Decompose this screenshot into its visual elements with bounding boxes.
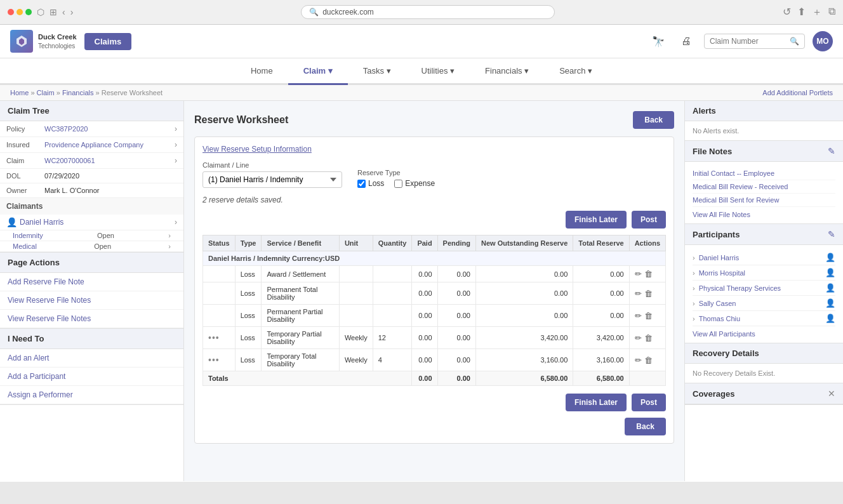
table-row: Loss Award / Settlement 0.00 0.00 0.00 0… [203, 266, 666, 282]
insured-expand-arrow[interactable]: › [175, 140, 177, 149]
table-row: ••• Loss Temporary Total Disability Week… [203, 349, 666, 371]
participant-expand-2[interactable]: › [693, 284, 695, 292]
delete-icon-0[interactable]: 🗑 [644, 269, 653, 279]
ellipsis-3[interactable]: ••• [208, 333, 220, 343]
participant-name-0[interactable]: Daniel Harris [699, 254, 825, 262]
post-button-top[interactable]: Post [632, 211, 666, 229]
claimant-name[interactable]: Daniel Harris [20, 218, 175, 227]
participant-expand-1[interactable]: › [693, 269, 695, 277]
claim-search-box[interactable]: 🔍 [704, 34, 805, 49]
sidebar-toggle-icon[interactable]: ⊞ [50, 7, 57, 17]
file-note-1[interactable]: Medical Bill Review - Received [693, 180, 835, 194]
user-avatar[interactable]: MO [813, 31, 833, 51]
participant-2: › Physical Therapy Services 👤 [693, 281, 835, 296]
file-note-0[interactable]: Initial Contact -- Employee [693, 167, 835, 180]
claimant-expand-arrow[interactable]: › [175, 218, 177, 227]
view-reserve-file-notes-action-2[interactable]: View Reserve File Notes [0, 310, 183, 328]
recovery-details-body: No Recovery Details Exist. [685, 364, 843, 383]
expense-checkbox[interactable] [394, 180, 402, 188]
logo-icon [10, 30, 33, 53]
add-portlets-link[interactable]: Add Additional Portlets [762, 89, 833, 96]
medical-link[interactable]: Medical [13, 242, 37, 250]
finish-later-button-top[interactable]: Finish Later [566, 211, 627, 229]
participants-edit-icon[interactable]: ✎ [828, 229, 835, 239]
nav-home[interactable]: Home [236, 58, 288, 83]
indemnity-link[interactable]: Indemnity [13, 232, 43, 239]
table-row: ••• Loss Temporary Partial Disability We… [203, 327, 666, 349]
delete-icon-2[interactable]: 🗑 [644, 311, 653, 321]
delete-icon-3[interactable]: 🗑 [644, 333, 653, 343]
nav-search[interactable]: Search ▾ [544, 58, 607, 83]
row-qty-1 [373, 282, 412, 305]
nav-utilities[interactable]: Utilities ▾ [406, 58, 470, 83]
print-icon[interactable]: 🖨 [676, 31, 696, 51]
nav-financials[interactable]: Financials ▾ [470, 58, 544, 83]
claim-search-input[interactable] [710, 37, 786, 46]
nav-tasks[interactable]: Tasks ▾ [348, 58, 406, 83]
col-unit: Unit [339, 235, 373, 251]
claimant-line-select[interactable]: (1) Daniel Harris / Indemnity [202, 171, 342, 188]
edit-icon-1[interactable]: ✏ [635, 289, 642, 298]
breadcrumb-claim[interactable]: Claim [37, 89, 55, 96]
participant-expand-3[interactable]: › [693, 300, 695, 307]
breadcrumb-home[interactable]: Home [10, 89, 29, 96]
insured-value[interactable]: Providence Appliance Company [44, 141, 172, 149]
view-all-participants[interactable]: View All Participants [693, 330, 835, 338]
minimize-dot[interactable] [17, 9, 23, 15]
assign-performer-action[interactable]: Assign a Performer [0, 386, 183, 404]
view-all-file-notes[interactable]: View All File Notes [693, 211, 835, 218]
back-icon[interactable]: ⬡ [37, 7, 44, 17]
nav-back-icon[interactable]: ‹ [62, 7, 65, 17]
edit-icon-4[interactable]: ✏ [635, 355, 642, 365]
claim-label: Claim [6, 157, 44, 164]
back-button[interactable]: Back [633, 111, 674, 129]
url-bar[interactable]: 🔍 duckcreek.com [301, 5, 555, 19]
reserve-type-options: Loss Expense [357, 179, 435, 188]
edit-icon-2[interactable]: ✏ [635, 311, 642, 321]
row-pending-4: 0.00 [437, 349, 475, 371]
participant-name-3[interactable]: Sally Casen [699, 300, 825, 307]
view-setup-link[interactable]: View Reserve Setup Information [202, 145, 666, 154]
medical-arrow[interactable]: › [168, 242, 171, 250]
close-dot[interactable] [8, 9, 14, 15]
participant-name-2[interactable]: Physical Therapy Services [699, 284, 825, 292]
policy-expand-arrow[interactable]: › [175, 124, 177, 133]
add-participant-action[interactable]: Add a Participant [0, 368, 183, 386]
share-icon[interactable]: ⬆ [797, 6, 806, 19]
delete-icon-4[interactable]: 🗑 [644, 355, 653, 365]
breadcrumb-financials[interactable]: Financials [62, 89, 94, 96]
view-reserve-file-notes-action-1[interactable]: View Reserve File Notes [0, 291, 183, 310]
add-reserve-file-note-action[interactable]: Add Reserve File Note [0, 273, 183, 291]
file-notes-edit-icon[interactable]: ✎ [828, 146, 835, 156]
reload-icon[interactable]: ↺ [783, 6, 791, 19]
delete-icon-1[interactable]: 🗑 [644, 289, 653, 298]
file-note-2[interactable]: Medical Bill Sent for Review [693, 194, 835, 207]
loss-checkbox[interactable] [357, 180, 366, 188]
post-button-bottom[interactable]: Post [632, 394, 666, 411]
participant-expand-0[interactable]: › [693, 254, 695, 262]
row-service-1: Permanent Total Disability [262, 282, 339, 305]
edit-icon-0[interactable]: ✏ [635, 269, 642, 279]
new-tab-icon[interactable]: ＋ [812, 6, 822, 19]
nav-forward-icon[interactable]: › [70, 7, 74, 17]
finish-later-button-bottom[interactable]: Finish Later [566, 394, 627, 411]
claim-value[interactable]: WC2007000061 [44, 157, 172, 164]
binoculars-icon[interactable]: 🔭 [648, 31, 668, 51]
indemnity-arrow[interactable]: › [168, 232, 171, 239]
claim-expand-arrow[interactable]: › [175, 156, 177, 165]
add-alert-action[interactable]: Add an Alert [0, 349, 183, 368]
nav-claim[interactable]: Claim ▾ [288, 58, 348, 83]
ellipsis-4[interactable]: ••• [208, 355, 220, 365]
coverages-close-icon[interactable]: ✕ [828, 388, 835, 399]
expand-dot[interactable] [25, 9, 32, 15]
col-type: Type [235, 235, 262, 251]
back-button-bottom[interactable]: Back [625, 418, 666, 435]
row-status-0 [203, 266, 236, 282]
search-submit-icon[interactable]: 🔍 [790, 37, 799, 46]
duplicate-tab-icon[interactable]: ⧉ [828, 6, 835, 19]
edit-icon-3[interactable]: ✏ [635, 333, 642, 343]
policy-value[interactable]: WC387P2020 [44, 125, 172, 133]
participant-name-1[interactable]: Morris Hospital [699, 269, 825, 277]
participant-expand-4[interactable]: › [693, 315, 695, 322]
participant-name-4[interactable]: Thomas Chiu [699, 315, 825, 322]
